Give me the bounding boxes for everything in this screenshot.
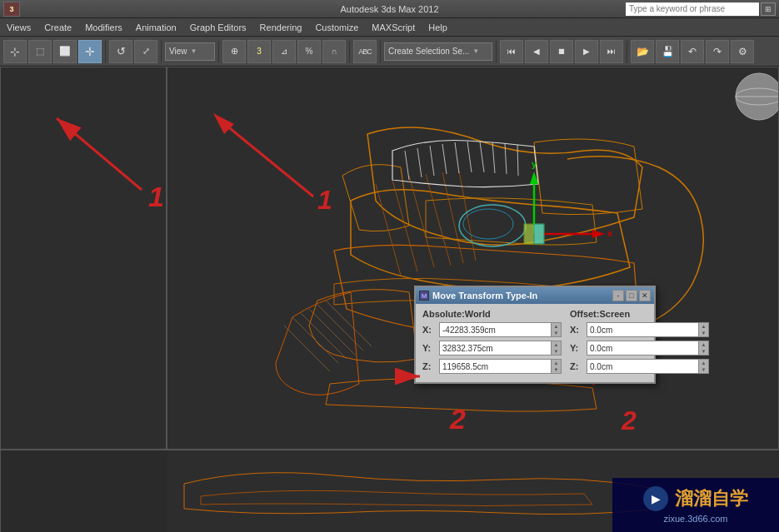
y-offset-label: Y:: [570, 343, 583, 353]
x-offset-label: X:: [570, 325, 583, 335]
dialog-title-buttons: - □ ✕: [612, 290, 651, 301]
z-absolute-input-wrap: ▲ ▼: [439, 359, 562, 374]
y-offset-input[interactable]: [587, 341, 698, 355]
z-offset-up[interactable]: ▲: [699, 360, 708, 366]
y-offset-up[interactable]: ▲: [699, 341, 708, 348]
sep4: [349, 41, 350, 62]
dialog-titlebar[interactable]: M Move Transform Type-In - □ ✕: [416, 287, 654, 304]
y-offset-spinner[interactable]: ▲ ▼: [698, 341, 708, 355]
toolbar: ⊹ ⬚ ⬜ ✛ ↺ ⤢ View ▼ ⊕ 3 ⊿ % ∩ ABC Create …: [0, 37, 779, 67]
app-menu-btn[interactable]: 3: [3, 2, 20, 17]
z-absolute-spinner[interactable]: ▲ ▼: [551, 360, 561, 373]
title-bar: 3 Autodesk 3ds Max 2012 ⊞: [0, 0, 779, 18]
x-absolute-spinner[interactable]: ▲ ▼: [551, 323, 561, 336]
prev-btn[interactable]: ◀: [525, 40, 548, 63]
z-absolute-row: Z: ▲ ▼: [422, 359, 562, 374]
z-offset-row: Z: ▲ ▼: [570, 359, 709, 374]
dialog-minimize-btn[interactable]: -: [612, 290, 624, 301]
spinner-snap-btn[interactable]: ∩: [322, 40, 346, 63]
rotate-btn[interactable]: ↺: [109, 40, 132, 63]
main-viewport[interactable]: y x 1 2: [167, 67, 779, 450]
offset-screen-header: Offset:Screen: [570, 309, 709, 319]
z-offset-down[interactable]: ▼: [699, 366, 708, 373]
title-bar-title: Autodesk 3ds Max 2012: [340, 4, 438, 14]
dialog-columns: Absolute:World X: ▲ ▼ Y:: [422, 309, 647, 377]
select-filter-btn[interactable]: ⬜: [53, 40, 77, 63]
dialog-icon: M: [419, 291, 429, 301]
watermark-url: zixue.3d66.com: [663, 514, 727, 524]
open-file-btn[interactable]: 📂: [631, 40, 654, 63]
next-btn[interactable]: ▶: [575, 40, 598, 63]
x-absolute-up[interactable]: ▲: [552, 323, 561, 330]
redo-btn[interactable]: ↷: [706, 40, 729, 63]
sep7: [627, 41, 627, 62]
x-absolute-row: X: ▲ ▼: [422, 322, 562, 337]
create-selection-dropdown[interactable]: Create Selection Se... ▼: [384, 42, 492, 61]
menu-item-customize[interactable]: Customize: [308, 21, 365, 34]
z-offset-spinner[interactable]: ▲ ▼: [698, 360, 708, 373]
scale-btn[interactable]: ⤢: [134, 40, 157, 63]
sep6: [496, 41, 497, 62]
left-panel: [0, 67, 167, 450]
select-tool-btn[interactable]: ⊹: [3, 40, 27, 63]
menu-item-animation[interactable]: Animation: [129, 21, 183, 34]
watermark-logo: ▶ 溜溜自学: [643, 486, 748, 511]
end-btn[interactable]: ⏭: [600, 40, 623, 63]
y-offset-input-wrap: ▲ ▼: [587, 341, 709, 355]
menu-item-help[interactable]: Help: [422, 21, 454, 34]
y-absolute-down[interactable]: ▼: [552, 348, 561, 355]
play-btn[interactable]: ⏮: [500, 40, 523, 63]
undo-btn[interactable]: ↶: [681, 40, 704, 63]
search-input[interactable]: [626, 2, 759, 16]
dialog-maximize-btn[interactable]: □: [626, 290, 637, 301]
x-offset-spinner[interactable]: ▲ ▼: [698, 323, 708, 336]
menu-item-maxscript[interactable]: MAXScript: [365, 21, 422, 34]
z-absolute-down[interactable]: ▼: [552, 366, 561, 373]
x-offset-down[interactable]: ▼: [699, 330, 708, 336]
create-selection-arrow: ▼: [472, 47, 479, 55]
sep5: [380, 41, 381, 62]
sep2: [161, 41, 162, 62]
y-absolute-input[interactable]: [440, 341, 551, 355]
view-dropdown[interactable]: View ▼: [165, 42, 215, 61]
angle-snap-btn[interactable]: ⊿: [272, 40, 296, 63]
snap-btn[interactable]: ⊕: [222, 40, 246, 63]
x-absolute-label: X:: [422, 325, 436, 335]
absolute-world-column: Absolute:World X: ▲ ▼ Y:: [422, 309, 562, 377]
save-file-btn[interactable]: 💾: [656, 40, 679, 63]
svg-text:y: y: [532, 159, 537, 169]
menu-bar: Views Create Modifiers Animation Graph E…: [0, 18, 779, 37]
settings-btn[interactable]: ⚙: [731, 40, 754, 63]
menu-item-rendering[interactable]: Rendering: [253, 21, 309, 34]
watermark: ▶ 溜溜自学 zixue.3d66.com: [612, 478, 779, 532]
stop-btn[interactable]: ⏹: [550, 40, 573, 63]
create-selection-label: Create Selection Se...: [388, 47, 469, 56]
menu-item-views[interactable]: Views: [0, 21, 37, 34]
y-offset-down[interactable]: ▼: [699, 348, 708, 355]
z-absolute-input[interactable]: [440, 360, 551, 373]
select-region-btn[interactable]: ⬚: [28, 40, 52, 63]
x-absolute-down[interactable]: ▼: [552, 330, 561, 336]
view-dropdown-arrow: ▼: [191, 47, 197, 55]
percent-snap-btn[interactable]: %: [297, 40, 321, 63]
dialog-close-btn[interactable]: ✕: [639, 290, 651, 301]
transform-dialog: M Move Transform Type-In - □ ✕ Absolute:…: [414, 286, 656, 384]
z-absolute-up[interactable]: ▲: [552, 360, 561, 366]
menu-item-modifiers[interactable]: Modifiers: [78, 21, 129, 34]
y-absolute-row: Y: ▲ ▼: [422, 341, 562, 355]
y-absolute-spinner[interactable]: ▲ ▼: [551, 341, 561, 355]
absolute-world-header: Absolute:World: [422, 309, 562, 319]
watermark-brand-text: 溜溜自学: [675, 486, 748, 511]
menu-item-create[interactable]: Create: [37, 21, 78, 34]
menu-item-graph-editors[interactable]: Graph Editors: [183, 21, 253, 34]
y-absolute-up[interactable]: ▲: [552, 341, 561, 348]
z-offset-input[interactable]: [587, 360, 698, 373]
x-offset-input[interactable]: [587, 323, 698, 336]
x-absolute-input[interactable]: [440, 323, 551, 336]
z-offset-label: Z:: [570, 361, 583, 371]
view-dropdown-label: View: [169, 47, 187, 56]
x-offset-up[interactable]: ▲: [699, 323, 708, 330]
snap2-btn[interactable]: 3: [247, 40, 271, 63]
text-btn[interactable]: ABC: [353, 40, 377, 63]
move-btn[interactable]: ✛: [78, 40, 102, 63]
